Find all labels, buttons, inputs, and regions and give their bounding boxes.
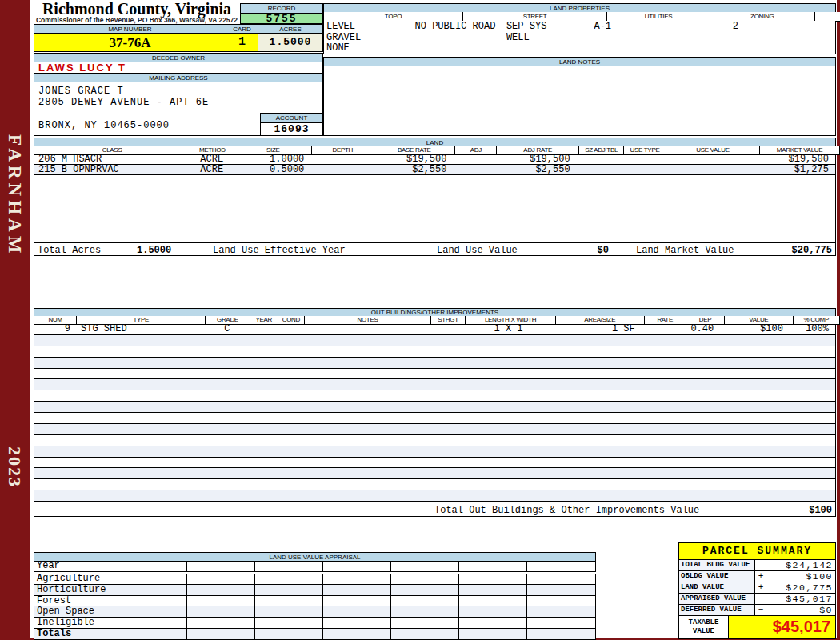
lua-value-cell[interactable] bbox=[459, 606, 527, 617]
map-number-value[interactable]: 37-76A bbox=[34, 33, 226, 52]
out-buildings-cell bbox=[642, 435, 683, 446]
lua-value-cell[interactable] bbox=[391, 618, 459, 628]
out-buildings-cell bbox=[249, 358, 277, 368]
out-buildings-row[interactable] bbox=[34, 402, 836, 413]
lua-value-cell[interactable] bbox=[459, 629, 527, 639]
land-notes-area[interactable] bbox=[323, 66, 836, 136]
lua-value-cell[interactable] bbox=[459, 561, 527, 571]
parcel-summary-row: TOTAL BLDG VALUE$24,142 bbox=[679, 560, 835, 571]
county-subtitle: Commissioner of the Revenue, PO Box 366,… bbox=[32, 16, 242, 24]
land-properties-values-class: 2 bbox=[636, 22, 835, 54]
lua-value-cell[interactable] bbox=[459, 596, 527, 606]
account-value[interactable]: 16093 bbox=[260, 122, 323, 136]
lua-value-cell[interactable] bbox=[255, 585, 323, 595]
out-buildings-cell bbox=[277, 424, 303, 434]
out-buildings-cell bbox=[303, 424, 429, 434]
lua-row-label: Year bbox=[34, 561, 187, 571]
lua-value-cell[interactable] bbox=[323, 585, 391, 595]
lua-value-cell[interactable] bbox=[527, 574, 595, 584]
land-row[interactable]: 206 M HSACRACRE1.0000$19,500$19,500$19,5… bbox=[34, 154, 836, 165]
lua-value-cell[interactable] bbox=[187, 561, 255, 571]
lua-value-cell[interactable] bbox=[459, 574, 527, 584]
out-buildings-row[interactable] bbox=[34, 479, 836, 490]
lua-value-cell[interactable] bbox=[391, 574, 459, 584]
lua-value-cell[interactable] bbox=[255, 606, 323, 617]
lua-value-cell[interactable] bbox=[255, 618, 323, 628]
card-value[interactable]: 1 bbox=[226, 33, 258, 52]
acres-value[interactable]: 1.5000 bbox=[258, 33, 323, 52]
out-buildings-row[interactable] bbox=[34, 435, 836, 446]
lua-value-cell[interactable] bbox=[391, 629, 459, 639]
out-buildings-cell bbox=[683, 424, 722, 434]
out-buildings-cell bbox=[722, 424, 790, 434]
land-properties-col-utilities: UTILITIES bbox=[607, 12, 710, 21]
out-buildings-row[interactable] bbox=[34, 335, 836, 346]
lua-value-cell[interactable] bbox=[391, 596, 459, 606]
out-buildings-cell bbox=[429, 413, 463, 423]
out-buildings-row[interactable] bbox=[34, 490, 836, 502]
out-buildings-cell bbox=[77, 424, 205, 434]
out-buildings-cell bbox=[277, 458, 303, 468]
lua-value-cell[interactable] bbox=[187, 585, 255, 595]
lua-value-cell[interactable] bbox=[527, 585, 595, 595]
lua-value-cell[interactable] bbox=[255, 574, 323, 584]
lua-value-cell[interactable] bbox=[527, 596, 595, 606]
lua-value-cell[interactable] bbox=[323, 629, 391, 639]
out-buildings-cell bbox=[642, 479, 683, 490]
out-buildings-row[interactable] bbox=[34, 390, 836, 402]
lua-value-cell[interactable] bbox=[187, 618, 255, 628]
out-buildings-row[interactable] bbox=[34, 379, 836, 390]
lua-value-cell[interactable] bbox=[323, 596, 391, 606]
record-value[interactable]: 5755 bbox=[240, 13, 323, 24]
lua-value-cell[interactable] bbox=[459, 585, 527, 595]
deeded-owner-value[interactable]: LAWS LUCY T bbox=[34, 62, 323, 74]
out-buildings-col-header: STHGT bbox=[431, 316, 466, 324]
lua-value-cell[interactable] bbox=[255, 629, 323, 639]
out-buildings-row[interactable] bbox=[34, 458, 836, 469]
lua-value-cell[interactable] bbox=[323, 618, 391, 628]
out-buildings-cell bbox=[249, 390, 277, 401]
lua-value-cell[interactable] bbox=[391, 606, 459, 617]
parcel-summary: PARCEL SUMMARY TOTAL BLDG VALUE$24,142OB… bbox=[678, 542, 836, 639]
lua-value-cell[interactable] bbox=[391, 561, 459, 571]
out-buildings-row[interactable] bbox=[34, 346, 836, 358]
out-buildings-cell bbox=[464, 424, 554, 434]
lua-value-cell[interactable] bbox=[187, 606, 255, 617]
out-buildings-row[interactable]: 9STG SHEDC1 X 11 SF0.40$100100% bbox=[34, 324, 836, 335]
lua-value-cell[interactable] bbox=[527, 606, 595, 617]
lua-value-cell[interactable] bbox=[187, 574, 255, 584]
out-buildings-cell bbox=[790, 346, 835, 357]
out-buildings-cell bbox=[249, 479, 277, 490]
lua-value-cell[interactable] bbox=[255, 596, 323, 606]
out-buildings-cell bbox=[790, 358, 835, 368]
lua-value-cell[interactable] bbox=[527, 618, 595, 628]
out-buildings-cell bbox=[790, 379, 835, 390]
out-buildings-cell bbox=[429, 446, 463, 457]
land-properties-values-street: NO PUBLIC ROAD bbox=[413, 22, 504, 54]
out-buildings-cell bbox=[303, 446, 429, 457]
lua-value-cell[interactable] bbox=[527, 561, 595, 571]
parcel-summary-operator bbox=[755, 594, 766, 604]
lua-value-cell[interactable] bbox=[391, 585, 459, 595]
out-buildings-row[interactable] bbox=[34, 369, 836, 380]
out-buildings-cell bbox=[790, 402, 835, 412]
lua-value-cell[interactable] bbox=[527, 629, 595, 639]
out-buildings-cell bbox=[303, 358, 429, 368]
lua-value-cell[interactable] bbox=[323, 606, 391, 617]
out-buildings-row[interactable] bbox=[34, 413, 836, 424]
lua-value-cell[interactable] bbox=[459, 618, 527, 628]
lua-value-cell[interactable] bbox=[323, 561, 391, 571]
land-cell: 1.0000 bbox=[234, 154, 310, 164]
land-use-value: $0 bbox=[562, 245, 609, 256]
out-buildings-row[interactable] bbox=[34, 424, 836, 435]
out-buildings-cell bbox=[277, 369, 303, 379]
lua-value-cell[interactable] bbox=[323, 574, 391, 584]
lua-value-cell[interactable] bbox=[255, 561, 323, 571]
land-row[interactable]: 215 B OPNPRVACACRE0.5000$2,550$2,550$1,2… bbox=[34, 165, 836, 175]
lua-value-cell[interactable] bbox=[187, 596, 255, 606]
out-buildings-cell bbox=[683, 446, 722, 457]
out-buildings-row[interactable] bbox=[34, 358, 836, 369]
out-buildings-row[interactable] bbox=[34, 446, 836, 458]
out-buildings-row[interactable] bbox=[34, 468, 836, 479]
lua-value-cell[interactable] bbox=[187, 629, 255, 639]
